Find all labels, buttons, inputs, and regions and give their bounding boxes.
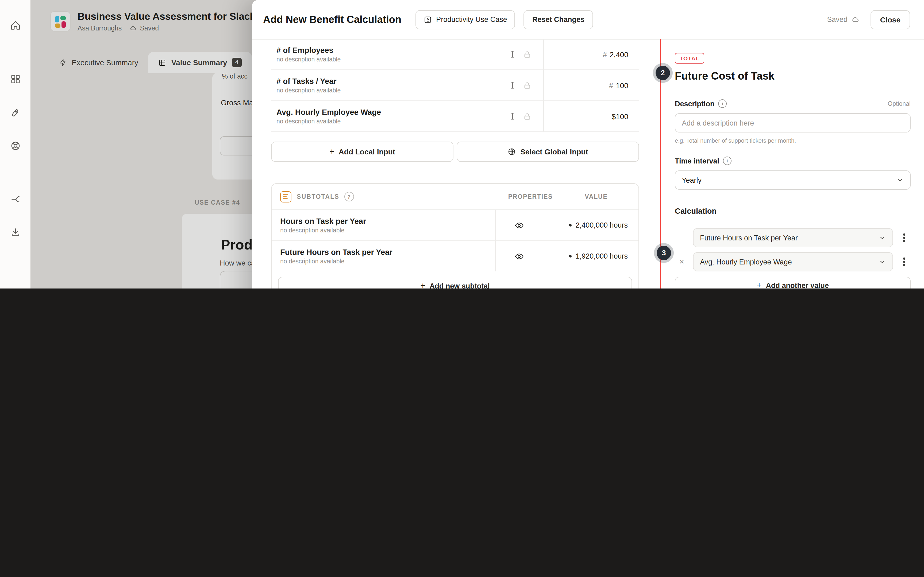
modal-body: # of Employees no description available … [252, 39, 924, 288]
input-description: no description available [276, 56, 496, 63]
calculation-label: Calculation [675, 207, 911, 215]
apps-icon[interactable] [10, 73, 21, 85]
remove-value-button[interactable]: × [675, 255, 689, 269]
app-sidebar [0, 0, 31, 288]
input-name: Avg. Hourly Employee Wage [276, 108, 496, 116]
plus-icon: + [330, 147, 334, 156]
input-description: no description available [276, 87, 496, 93]
plus-icon: + [757, 281, 762, 288]
subtotal-value[interactable]: 2,400,000 hours [543, 210, 638, 240]
subtotals-icon [280, 191, 291, 202]
subtotal-name: Hours on Task per Year [280, 217, 495, 226]
subtotals-label: SUBTOTALS [297, 193, 339, 200]
eye-icon[interactable] [514, 251, 524, 261]
download-icon[interactable] [10, 227, 21, 238]
total-detail-panel: TOTAL Future Cost of Task Description i … [675, 39, 911, 288]
text-cursor-icon[interactable] [508, 50, 517, 59]
chevron-down-icon [879, 258, 886, 266]
lock-icon[interactable] [523, 81, 531, 89]
subtotal-name: Future Hours on Task per Year [280, 248, 495, 256]
value-column-header: VALUE [554, 193, 638, 200]
subtotals-card: SUBTOTALS ? PROPERTIES VALUE Hours on Ta… [271, 183, 639, 288]
subtotals-header: SUBTOTALS ? PROPERTIES VALUE [271, 184, 638, 210]
bullet-dot [569, 255, 572, 258]
screen: Business Value Assessment for Slack Asa … [0, 0, 924, 288]
subtotal-value[interactable]: 1,920,000 hours [543, 241, 638, 271]
input-value[interactable]: $100 [544, 101, 639, 131]
select-global-input-button[interactable]: Select Global Input [457, 142, 639, 162]
lock-icon[interactable] [523, 112, 531, 121]
description-label: Description [675, 100, 715, 108]
flow-icon[interactable] [10, 193, 21, 205]
eye-icon[interactable] [514, 221, 524, 230]
home-icon[interactable] [10, 20, 21, 32]
time-interval-label: Time interval [675, 157, 719, 165]
subtotal-description: no description available [280, 258, 495, 264]
cloud-icon [851, 15, 860, 24]
lock-icon[interactable] [523, 50, 531, 58]
benefit-calculation-modal: Add New Benefit Calculation Productivity… [252, 0, 924, 288]
info-icon[interactable]: i [719, 99, 727, 108]
calc-value-row: Future Hours on Task per Year [675, 228, 911, 247]
kebab-menu-icon[interactable] [898, 254, 911, 269]
annotation-badge-3: 3 [657, 246, 671, 260]
modal-title: Add New Benefit Calculation [263, 14, 401, 25]
info-icon[interactable]: i [723, 156, 732, 165]
calc-value-row: × Avg. Hourly Employee Wage [675, 252, 911, 271]
text-cursor-icon[interactable] [508, 112, 517, 121]
input-value[interactable]: # 2,400 [544, 39, 639, 69]
chevron-down-icon [896, 176, 904, 184]
subtotal-row[interactable]: Future Hours on Task per Year no descrip… [271, 241, 638, 271]
input-name: # of Employees [276, 46, 496, 55]
reset-changes-button[interactable]: Reset Changes [524, 10, 593, 29]
modal-saved-status: Saved [827, 15, 860, 24]
add-new-subtotal-button[interactable]: + Add new subtotal [278, 277, 632, 288]
input-row-tasks[interactable]: # of Tasks / Year no description availab… [271, 70, 639, 101]
use-case-button[interactable]: Productivity Use Case [415, 10, 515, 29]
close-button[interactable]: Close [871, 10, 910, 29]
calc-value-select[interactable]: Avg. Hourly Employee Wage [693, 252, 893, 271]
chevron-down-icon [879, 234, 886, 242]
input-description: no description available [276, 118, 496, 124]
text-cursor-icon[interactable] [508, 81, 517, 90]
use-case-icon [423, 15, 432, 24]
calculation-tables: # of Employees no description available … [271, 39, 639, 288]
help-icon[interactable]: ? [344, 192, 354, 201]
globe-icon [507, 147, 516, 156]
input-value[interactable]: # 100 [544, 70, 639, 100]
bullet-dot [569, 224, 572, 227]
subtotal-row[interactable]: Hours on Task per Year no description av… [271, 210, 638, 241]
annotation-badge-2: 2 [656, 66, 670, 80]
input-row-employees[interactable]: # of Employees no description available … [271, 39, 639, 70]
properties-column-header: PROPERTIES [507, 193, 554, 200]
support-icon[interactable] [10, 140, 21, 152]
input-name: # of Tasks / Year [276, 77, 496, 85]
calc-value-select[interactable]: Future Hours on Task per Year [693, 228, 893, 247]
subtotal-description: no description available [280, 227, 495, 234]
kebab-menu-icon[interactable] [898, 230, 911, 245]
optional-label: Optional [888, 100, 911, 107]
panel-title: Future Cost of Task [675, 70, 911, 82]
rocket-icon[interactable] [10, 107, 21, 119]
plus-icon: + [420, 282, 425, 288]
time-interval-select[interactable]: Yearly [675, 171, 911, 190]
total-type-badge: TOTAL [675, 53, 704, 64]
add-another-value-button[interactable]: + Add another value [675, 277, 911, 288]
inputs-table: # of Employees no description available … [271, 39, 639, 132]
description-hint: e.g. Total number of support tickets per… [675, 137, 911, 144]
description-input[interactable] [675, 113, 911, 132]
add-local-input-button[interactable]: + Add Local Input [271, 142, 454, 162]
modal-header: Add New Benefit Calculation Productivity… [252, 0, 924, 40]
input-row-wage[interactable]: Avg. Hourly Employee Wage no description… [271, 101, 639, 132]
